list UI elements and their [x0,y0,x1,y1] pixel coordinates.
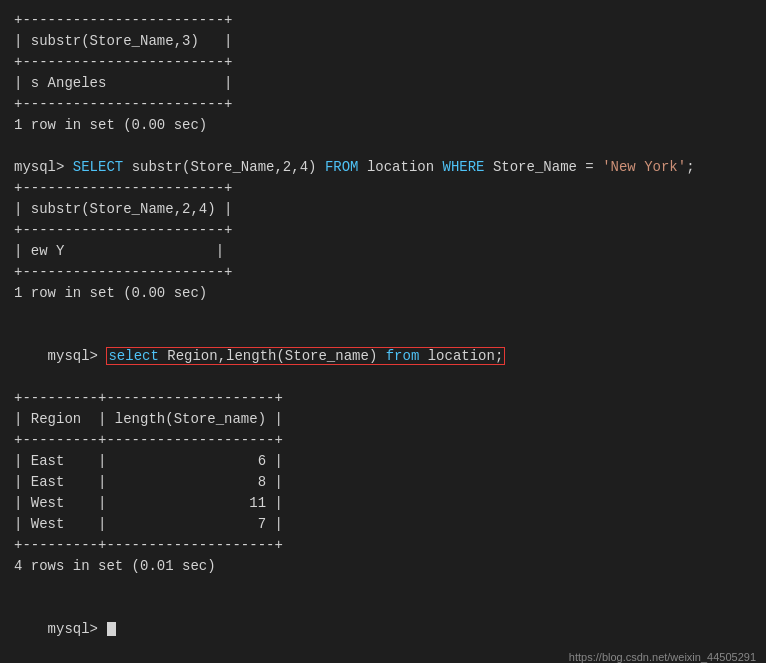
separator-line: +---------+--------------------+ [14,388,752,409]
result-line: | West | 7 | [14,514,752,535]
prompt-line: mysql> SELECT substr(Store_Name,2,4) FRO… [14,157,752,178]
mysql-prompt: mysql> [14,159,73,175]
separator-line: +------------------------+ [14,94,752,115]
query-text: location [358,159,442,175]
separator-line: +------------------------+ [14,262,752,283]
result-line: | substr(Store_Name,2,4) | [14,199,752,220]
query-text: Store_Name = [485,159,603,175]
keyword: from [386,348,420,364]
mysql-prompt: mysql> [48,621,107,637]
row-count: 1 row in set (0.00 sec) [14,283,752,304]
query-text: Region,length(Store_name) [159,348,386,364]
keyword: SELECT [73,159,123,175]
blank-line [14,577,752,598]
result-line: | Region | length(Store_name) | [14,409,752,430]
row-count: 1 row in set (0.00 sec) [14,115,752,136]
separator-line: +------------------------+ [14,220,752,241]
result-line: | substr(Store_Name,3) | [14,31,752,52]
string-value: 'New York' [602,159,686,175]
separator-line: +---------+--------------------+ [14,535,752,556]
row-count: 4 rows in set (0.01 sec) [14,556,752,577]
keyword: FROM [325,159,359,175]
watermark: https://blog.csdn.net/weixin_44505291 [569,651,756,663]
keyword: select [108,348,158,364]
result-line: | s Angeles | [14,73,752,94]
blank-line [14,136,752,157]
result-line: | East | 8 | [14,472,752,493]
query-text: location; [419,348,503,364]
separator-line: +---------+--------------------+ [14,430,752,451]
highlighted-query: select Region,length(Store_name) from lo… [106,347,505,365]
highlighted-prompt-line: mysql> select Region,length(Store_name) … [14,325,752,388]
separator-line: +------------------------+ [14,52,752,73]
result-line: | East | 6 | [14,451,752,472]
cursor [107,622,116,636]
separator-line: +------------------------+ [14,10,752,31]
query-text: substr(Store_Name,2,4) [123,159,325,175]
query-text: ; [686,159,694,175]
blank-line [14,304,752,325]
result-line: | ew Y | [14,241,752,262]
terminal-window: +------------------------+ | substr(Stor… [0,0,766,663]
separator-line: +------------------------+ [14,178,752,199]
keyword: WHERE [443,159,485,175]
mysql-prompt: mysql> [48,348,107,364]
result-line: | West | 11 | [14,493,752,514]
